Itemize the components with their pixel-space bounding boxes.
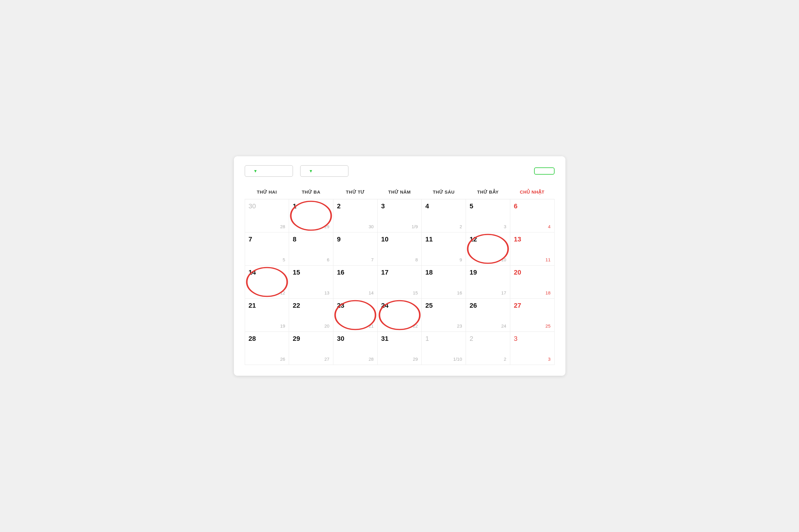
calendar-cell-r1-c0[interactable]: 75: [245, 232, 289, 266]
weekday-6: CHỦ NHẬT: [510, 185, 554, 199]
day-sub: 6: [327, 257, 329, 262]
day-sub: 16: [457, 290, 462, 296]
day-main: 28: [249, 335, 286, 343]
calendar-cell-r3-c5[interactable]: 2624: [466, 299, 510, 332]
day-sub: 3: [504, 224, 506, 229]
day-main: 11: [425, 235, 462, 243]
calendar-cell-r4-c1[interactable]: 2927: [289, 332, 333, 365]
calendar-row-1: 75869710811912101311: [245, 232, 554, 266]
calendar-cell-r2-c5[interactable]: 1917: [466, 266, 510, 299]
day-sub: 12: [280, 290, 286, 296]
day-main: 13: [514, 235, 551, 243]
weekday-0: THỨ HAI: [245, 185, 289, 199]
calendar-cell-r0-c5[interactable]: 53: [466, 199, 510, 232]
day-main: 24: [381, 302, 418, 309]
day-sub: 18: [546, 290, 551, 296]
day-sub: 22: [413, 323, 418, 328]
calendar-row-4: 282629273028312911/102233: [245, 332, 554, 365]
calendar-cell-r3-c0[interactable]: 2119: [245, 299, 289, 332]
calendar-cell-r3-c6[interactable]: 2725: [510, 299, 554, 332]
day-sub: 10: [501, 257, 506, 262]
day-main: 3: [381, 202, 418, 210]
day-sub: 21: [369, 323, 374, 328]
day-main: 19: [470, 269, 506, 277]
weekday-5: THỨ BẢY: [466, 185, 510, 199]
month-dropdown-arrow: ▼: [253, 169, 258, 173]
calendar-cell-r2-c0[interactable]: 1412: [245, 266, 289, 299]
calendar-cell-r2-c1[interactable]: 1513: [289, 266, 333, 299]
day-main: 26: [470, 302, 506, 309]
calendar-cell-r1-c2[interactable]: 97: [333, 232, 377, 266]
day-main: 9: [337, 235, 374, 243]
weekday-2: THỨ TƯ: [333, 185, 377, 199]
calendar-cell-r1-c5[interactable]: 1210: [466, 232, 510, 266]
calendar-cell-r3-c1[interactable]: 2220: [289, 299, 333, 332]
day-main: 6: [514, 202, 551, 210]
calendar-cell-r3-c2[interactable]: 2321: [333, 299, 377, 332]
day-sub: 4: [548, 224, 550, 229]
today-button[interactable]: [534, 167, 555, 175]
day-sub: 3: [548, 357, 550, 362]
calendar-cell-r0-c4[interactable]: 42: [422, 199, 466, 232]
day-sub: 26: [280, 357, 286, 362]
day-sub: 25: [546, 323, 551, 328]
month-dropdown[interactable]: ▼: [245, 165, 293, 177]
weekday-header-row: THỨ HAITHỨ BATHỨ TƯTHỨ NĂMTHỨ SÁUTHỨ BẢY…: [245, 185, 554, 199]
calendar-cell-r0-c6[interactable]: 64: [510, 199, 554, 232]
calendar-cell-r0-c2[interactable]: 230: [333, 199, 377, 232]
calendar-cell-r3-c3[interactable]: 2422: [377, 299, 422, 332]
day-sub: 20: [324, 323, 329, 328]
day-sub: 1/10: [453, 357, 462, 362]
calendar-cell-r1-c6[interactable]: 1311: [510, 232, 554, 266]
calendar-cell-r0-c1[interactable]: 129: [289, 199, 333, 232]
calendar-cell-r3-c4[interactable]: 2523: [422, 299, 466, 332]
calendar-cell-r4-c3[interactable]: 3129: [377, 332, 422, 365]
day-main: 30: [337, 335, 374, 343]
day-main: 25: [425, 302, 462, 309]
calendar-cell-r0-c0[interactable]: 3028: [245, 199, 289, 232]
day-main: 23: [337, 302, 374, 309]
day-main: 27: [514, 302, 551, 309]
day-main: 10: [381, 235, 418, 243]
calendar-cell-r2-c4[interactable]: 1816: [422, 266, 466, 299]
day-sub: 30: [369, 224, 374, 229]
day-sub: 13: [324, 290, 329, 296]
calendar-cell-r1-c4[interactable]: 119: [422, 232, 466, 266]
calendar-cell-r4-c5[interactable]: 22: [466, 332, 510, 365]
year-dropdown-arrow: ▼: [309, 169, 313, 173]
day-sub: 15: [413, 290, 418, 296]
calendar-cell-r4-c4[interactable]: 11/10: [422, 332, 466, 365]
day-main: 7: [249, 235, 286, 243]
day-sub: 29: [324, 224, 329, 229]
day-main: 22: [293, 302, 329, 309]
calendar-cell-r1-c1[interactable]: 86: [289, 232, 333, 266]
calendar-cell-r2-c3[interactable]: 1715: [377, 266, 422, 299]
year-dropdown[interactable]: ▼: [300, 165, 348, 177]
calendar-cell-r4-c2[interactable]: 3028: [333, 332, 377, 365]
day-sub: 7: [371, 257, 374, 262]
day-sub: 28: [369, 357, 374, 362]
calendar-cell-r1-c3[interactable]: 108: [377, 232, 422, 266]
day-main: 1: [293, 202, 329, 210]
calendar-cell-r4-c6[interactable]: 33: [510, 332, 554, 365]
day-main: 4: [425, 202, 462, 210]
day-main: 30: [249, 202, 286, 210]
day-sub: 2: [504, 357, 506, 362]
day-main: 5: [470, 202, 506, 210]
day-sub: 23: [457, 323, 462, 328]
calendar-cell-r0-c3[interactable]: 31/9: [377, 199, 422, 232]
day-sub: 24: [501, 323, 506, 328]
day-main: 1: [425, 335, 462, 343]
day-sub: 28: [280, 224, 286, 229]
day-sub: 17: [501, 290, 506, 296]
calendar-header: ▼ ▼: [245, 165, 555, 177]
calendar-row-0: 302812923031/9425364: [245, 199, 554, 232]
calendar-cell-r2-c6[interactable]: 2018: [510, 266, 554, 299]
weekday-1: THỨ BA: [289, 185, 333, 199]
day-sub: 9: [460, 257, 462, 262]
day-main: 8: [293, 235, 329, 243]
day-main: 21: [249, 302, 286, 309]
calendar-cell-r4-c0[interactable]: 2826: [245, 332, 289, 365]
day-sub: 29: [413, 357, 418, 362]
calendar-cell-r2-c2[interactable]: 1614: [333, 266, 377, 299]
